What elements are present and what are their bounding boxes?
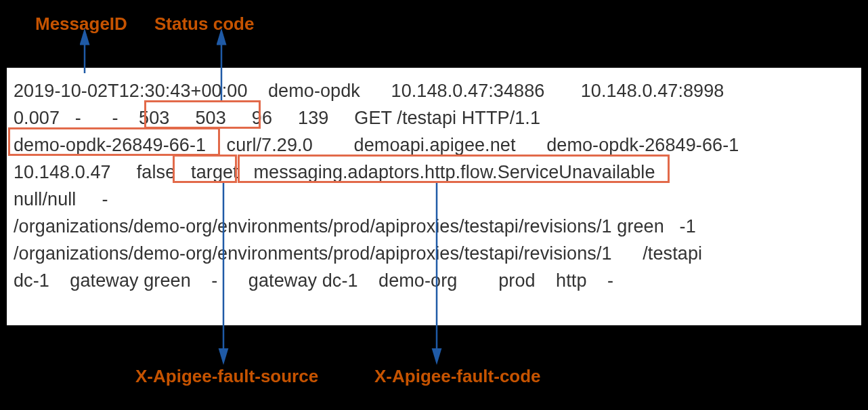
log-line-2: 0.007 - - 503 503 96 139 GET /testapi HT… [14, 108, 540, 128]
log-line-1: 2019-10-02T12:30:43+00:00 demo-opdk 10.1… [14, 81, 724, 101]
label-fault-source: X-Apigee-fault-source [135, 366, 318, 387]
log-line-8: dc-1 gateway green - gateway dc-1 demo-o… [14, 270, 613, 291]
label-statuscode: Status code [154, 14, 254, 35]
label-fault-code: X-Apigee-fault-code [374, 366, 541, 387]
log-line-5: null/null - [14, 189, 108, 209]
arrow-messageid [78, 34, 91, 75]
highlight-fault-code [238, 155, 670, 183]
log-line-7: /organizations/demo-org/environments/pro… [14, 243, 702, 264]
label-messageid: MessageID [35, 14, 127, 35]
log-line-6: /organizations/demo-org/environments/pro… [14, 216, 696, 237]
arrow-fault-code [430, 182, 443, 361]
highlight-message-id [8, 127, 220, 156]
arrow-fault-source [217, 182, 230, 361]
highlight-status-code [144, 100, 261, 129]
highlight-fault-source [173, 155, 237, 183]
arrow-statuscode [215, 34, 228, 102]
